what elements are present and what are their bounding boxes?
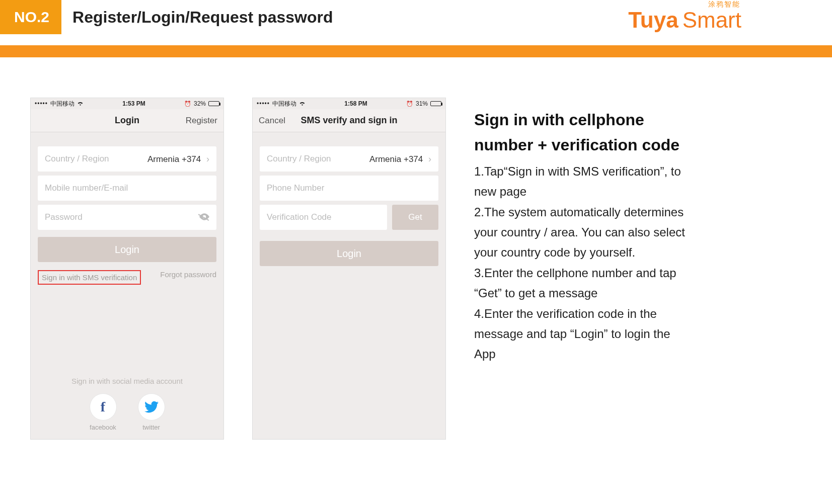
screenshot-sms-verify: ••••• 中国移动 1:58 PM ⏰ 31% Cancel SMS veri…	[252, 98, 446, 440]
brand-logo: 涂鸦智能 TuyaSmart	[628, 0, 741, 31]
status-bar: ••••• 中国移动 1:58 PM ⏰ 31%	[253, 98, 445, 109]
carrier-label: 中国移动	[272, 100, 296, 108]
verification-code-input[interactable]: Verification Code	[260, 205, 387, 230]
phone-number-placeholder: Phone Number	[267, 183, 324, 193]
forgot-password-link[interactable]: Forgot password	[160, 270, 216, 285]
page-header: NO.2 Register/Login/Request password 涂鸦智…	[0, 0, 832, 34]
nav-title: SMS verify and sign in	[300, 115, 397, 126]
instruction-step: 2.The system automatically determines yo…	[474, 202, 691, 262]
battery-percent: 32%	[194, 100, 206, 107]
wifi-icon	[299, 100, 306, 107]
twitter-icon[interactable]	[138, 393, 165, 421]
social-caption: Sign in with social media account	[31, 377, 223, 385]
twitter-label: twitter	[136, 424, 167, 431]
sms-signin-link[interactable]: Sign in with SMS verification	[38, 270, 141, 285]
country-region-label: Country / Region	[267, 154, 331, 164]
password-placeholder: Password	[45, 212, 83, 222]
carrier-label: 中国移动	[50, 100, 74, 108]
brand-en-bold: Tuya	[628, 8, 678, 32]
status-time: 1:53 PM	[122, 100, 145, 107]
battery-icon	[430, 101, 441, 106]
alarm-icon: ⏰	[406, 101, 413, 107]
battery-icon	[208, 101, 219, 106]
nav-register[interactable]: Register	[172, 116, 217, 126]
facebook-icon[interactable]: f	[90, 393, 117, 421]
wifi-icon	[77, 100, 84, 107]
signal-dots-icon: •••••	[257, 100, 270, 107]
brand-en-light: Smart	[683, 8, 741, 32]
nav-title: Login	[115, 115, 139, 126]
instructions-pane: Sign in with cellphone number + verifica…	[474, 98, 691, 440]
verification-code-placeholder: Verification Code	[267, 212, 332, 222]
nav-bar: Cancel SMS verify and sign in	[253, 109, 445, 132]
login-id-input[interactable]: Mobile number/E-mail	[38, 176, 216, 201]
instructions-heading: Sign in with cellphone number + verifica…	[474, 108, 691, 157]
status-time: 1:58 PM	[344, 100, 367, 107]
nav-cancel[interactable]: Cancel	[259, 116, 300, 126]
country-region-value: Armenia +374	[369, 154, 423, 164]
status-bar: ••••• 中国移动 1:53 PM ⏰ 32%	[31, 98, 223, 109]
login-button[interactable]: Login	[260, 241, 438, 266]
instruction-step: 3.Enter the cellphone number and tap “Ge…	[474, 263, 691, 303]
battery-percent: 31%	[416, 100, 428, 107]
country-region-value: Armenia +374	[147, 154, 201, 164]
chevron-right-icon: ›	[206, 154, 209, 164]
screenshot-login: ••••• 中国移动 1:53 PM ⏰ 32% Login Register …	[30, 98, 224, 440]
divider-bar	[0, 45, 832, 57]
get-code-button[interactable]: Get	[392, 205, 438, 230]
country-region-field[interactable]: Country / Region Armenia +374 ›	[38, 146, 216, 172]
country-region-label: Country / Region	[45, 154, 109, 164]
page-title: Register/Login/Request password	[72, 8, 333, 27]
signal-dots-icon: •••••	[35, 100, 48, 107]
section-number-badge: NO.2	[0, 0, 61, 34]
password-input[interactable]: Password	[38, 205, 216, 230]
phone-number-input[interactable]: Phone Number	[260, 176, 438, 201]
chevron-right-icon: ›	[428, 154, 431, 164]
nav-bar: Login Register	[31, 109, 223, 132]
login-button[interactable]: Login	[38, 237, 216, 262]
instruction-step: 1.Tap“Sign in with SMS verification”, to…	[474, 161, 691, 201]
facebook-label: facebook	[88, 424, 118, 431]
country-region-field[interactable]: Country / Region Armenia +374 ›	[260, 146, 438, 172]
eye-off-icon[interactable]	[199, 212, 209, 223]
alarm-icon: ⏰	[184, 101, 191, 107]
instruction-step: 4.Enter the verification code in the mes…	[474, 304, 691, 364]
login-id-placeholder: Mobile number/E-mail	[45, 183, 128, 193]
